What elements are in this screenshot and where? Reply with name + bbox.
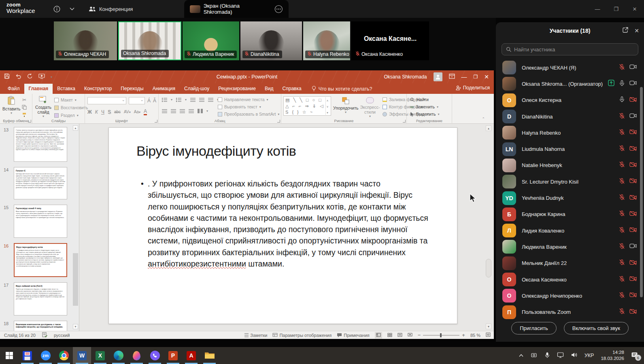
slide-thumbnail[interactable]: Важливим компонентом досліджень є також … xyxy=(14,321,67,331)
close-panel-icon[interactable]: ✕ xyxy=(634,28,639,34)
zoom-out-icon[interactable]: − xyxy=(418,332,421,338)
slide-editor-area[interactable]: Вірус імунодефіциту котів •. У прифронто… xyxy=(80,124,494,331)
taskbar-viber-icon[interactable] xyxy=(146,347,164,364)
scroll-up-icon[interactable]: ▲ xyxy=(486,125,491,131)
copy-icon[interactable] xyxy=(22,105,27,110)
collapse-ribbon-icon[interactable]: ⌃ xyxy=(482,117,485,121)
replace-button[interactable]: abЗаменить▾ xyxy=(410,104,438,109)
participant-row[interactable]: ООлеся Кистерна xyxy=(496,92,641,108)
display-settings-button[interactable]: Параметры отображения xyxy=(272,333,332,338)
align-left-icon[interactable] xyxy=(162,109,167,113)
search-participant-input[interactable] xyxy=(514,47,634,53)
slide-scrollbar[interactable]: ▲ ▼ xyxy=(486,125,491,329)
chevron-down-icon[interactable] xyxy=(68,5,76,13)
arrange-button[interactable]: Упорядочить▾ xyxy=(333,97,358,114)
slide-thumbnail[interactable]: Вірус лейкемії котів (FeLV)Подібно до по… xyxy=(14,282,67,315)
strikethrough-button[interactable]: abc xyxy=(114,110,121,114)
participant-row[interactable]: Людмила Вареник xyxy=(496,239,641,255)
participants-list[interactable]: Олександр ЧЕКАН (Я)Oksana Shkroma... (Ор… xyxy=(496,59,641,320)
find-button[interactable]: Найти xyxy=(410,97,429,102)
taskbar-paint-icon[interactable] xyxy=(128,347,146,364)
columns-icon[interactable] xyxy=(198,109,203,113)
new-slide-button[interactable]: Создать слайд▾ xyxy=(34,96,53,118)
participant-row[interactable]: ООксана Касяненко xyxy=(496,271,641,288)
restore-app-button[interactable]: ❐ xyxy=(474,74,478,80)
taskbar-excel-icon[interactable]: X xyxy=(91,347,109,364)
spellcheck-icon[interactable] xyxy=(42,332,47,338)
scroll-down-icon[interactable]: ▼ xyxy=(486,324,491,329)
slide-thumbnail-row[interactable]: 14Гепатит ЄЦей вірусний гепатит має знач… xyxy=(0,167,79,199)
account-name[interactable]: Oksana Shkromada xyxy=(384,74,427,80)
slide-thumbnail[interactable]: Гепатит ЄЦей вірусний гепатит має значни… xyxy=(14,167,67,199)
numbering-button[interactable] xyxy=(176,97,181,102)
participant-row[interactable]: YDYevheniia Dudnyk xyxy=(496,190,641,206)
cut-icon[interactable]: ✂ xyxy=(22,97,26,103)
taskbar-start-button[interactable] xyxy=(0,347,18,364)
participant-row[interactable]: Halyna Rebenko xyxy=(496,125,641,141)
tab-design[interactable]: Конструктор xyxy=(80,84,116,94)
slideshow-view-icon[interactable] xyxy=(408,333,412,338)
clock[interactable]: 14:28 18.03.2026 xyxy=(601,349,624,362)
bold-button[interactable]: Ж xyxy=(87,109,92,115)
taskbar-explorer-icon[interactable] xyxy=(200,347,219,364)
participant-row[interactable]: Мельник Даніїл 22 xyxy=(496,255,641,271)
shapes-gallery[interactable]: ▤ ╲ ╲ □ ○ □ △ ⌐ ⌐ ⇒ ⇓ ◁ S { } ☆ ~ ∧∨▾ xyxy=(283,96,331,116)
video-tile[interactable]: Людмила Вареник xyxy=(183,21,239,60)
shrink-font-icon[interactable]: А̌ xyxy=(153,98,156,104)
more-options-icon[interactable] xyxy=(274,5,283,13)
participant-row[interactable]: ББоднарюк Карина xyxy=(496,206,641,222)
tab-transitions[interactable]: Переходы xyxy=(116,84,148,94)
taskbar-edge-icon[interactable] xyxy=(109,347,128,364)
taskbar-floppy-icon[interactable] xyxy=(18,347,36,364)
tab-meeting[interactable]: Конференция xyxy=(83,0,138,18)
video-tile[interactable]: DianaNikitina xyxy=(240,21,302,60)
thumbs-scroll-up-icon[interactable]: ▲ xyxy=(73,125,78,131)
increase-indent-icon[interactable] xyxy=(199,97,204,102)
italic-button[interactable]: К xyxy=(95,109,98,115)
slide-thumbnail-row[interactable]: 16Вірус імунодефіциту котів. У прифронто… xyxy=(0,243,79,277)
align-center-icon[interactable] xyxy=(171,109,176,113)
comments-button[interactable]: Примечания xyxy=(337,333,370,338)
participant-row[interactable]: ППользователь Zoom xyxy=(496,304,641,320)
slide-body-text[interactable]: •. У прифронтових регіонах кількість без… xyxy=(148,178,433,269)
align-right-icon[interactable] xyxy=(180,109,185,113)
camera-tray-icon[interactable] xyxy=(531,352,538,359)
line-spacing-icon[interactable] xyxy=(208,97,213,102)
tab-insert[interactable]: Вставка xyxy=(53,84,80,94)
text-shadow-button[interactable]: S xyxy=(108,109,111,115)
convert-smartart-button[interactable]: Преобразовать в SmartArt▾ xyxy=(218,112,279,116)
zoom-slider[interactable]: − + xyxy=(418,332,465,338)
minimize-window-button[interactable]: — xyxy=(588,0,607,18)
participant-row[interactable]: Oksana Shkroma... (Организатор) xyxy=(496,76,641,92)
slide-thumbnail-current[interactable]: Вірус імунодефіциту котів. У прифронтови… xyxy=(14,243,67,277)
video-tile[interactable]: Halyna Rebenko xyxy=(303,21,350,60)
section-button[interactable]: Раздел▾ xyxy=(54,113,79,118)
bullets-button[interactable] xyxy=(162,97,167,102)
slide-sorter-view-icon[interactable] xyxy=(387,333,392,338)
reading-view-icon[interactable] xyxy=(397,333,402,338)
slide-thumbnail-row[interactable]: 13У межах проекту плануються дослідження… xyxy=(0,127,79,162)
participant-row[interactable]: Sr. Lecturer Dmytro Kisil xyxy=(496,174,641,190)
participant-row[interactable]: ООлександр Нечипоренко xyxy=(496,288,641,304)
taskbar-chrome-icon[interactable] xyxy=(55,347,73,364)
close-app-button[interactable]: ✕ xyxy=(484,74,489,80)
layout-button[interactable]: Макет▾ xyxy=(54,97,77,102)
taskbar-powerpoint-icon[interactable]: P xyxy=(164,347,182,364)
close-window-button[interactable]: ✕ xyxy=(625,0,644,18)
justify-icon[interactable] xyxy=(189,109,194,113)
decrease-indent-icon[interactable] xyxy=(190,97,196,102)
account-avatar[interactable] xyxy=(434,72,442,81)
popout-panel-icon[interactable] xyxy=(622,27,629,35)
grow-font-icon[interactable]: А́ xyxy=(147,98,151,104)
network-tray-icon[interactable] xyxy=(557,352,564,359)
zoom-slider-handle[interactable] xyxy=(440,333,442,337)
change-case-button[interactable]: Aa▾ xyxy=(134,110,140,114)
slide-title[interactable]: Вірус імунодефіциту котів xyxy=(136,143,296,159)
tab-review[interactable]: Рецензирование xyxy=(214,84,260,94)
underline-button[interactable]: Ч xyxy=(101,109,104,115)
slide-thumbnail-row[interactable]: 17Вірус лейкемії котів (FeLV)Подібно до … xyxy=(0,282,79,315)
text-direction-button[interactable]: Направление текста▾ xyxy=(218,97,268,102)
zoom-in-icon[interactable]: + xyxy=(462,332,465,338)
align-text-button[interactable]: Выровнять текст▾ xyxy=(218,104,261,109)
font-color-button[interactable]: А xyxy=(144,108,147,115)
